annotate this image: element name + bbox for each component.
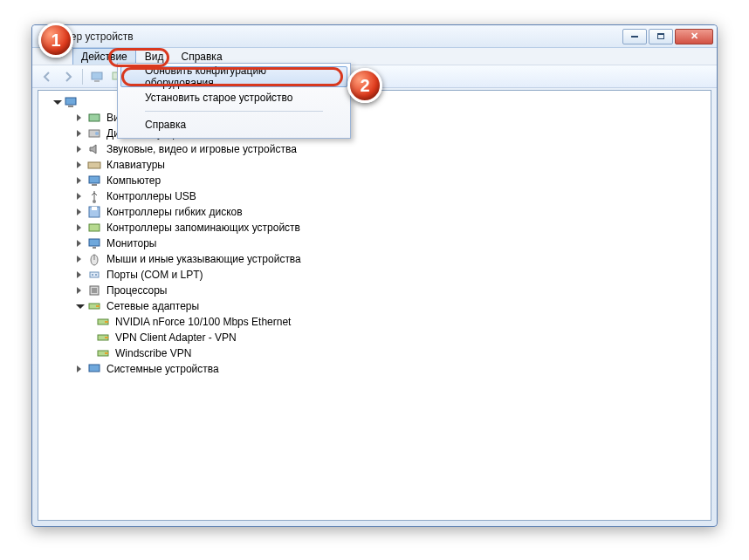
svg-rect-28 — [105, 321, 108, 323]
monitor-icon — [87, 236, 101, 250]
svg-rect-4 — [65, 98, 76, 105]
svg-point-8 — [95, 132, 99, 135]
maximize-icon — [657, 33, 664, 39]
tree-item[interactable]: VPN Client Adapter - VPN — [40, 330, 707, 345]
callout-1: 1 — [38, 23, 73, 58]
svg-rect-30 — [105, 337, 108, 338]
tree-item[interactable]: Контроллеры USB — [40, 188, 707, 204]
network-adapter-icon — [96, 315, 110, 329]
cpu-icon — [87, 283, 101, 297]
tree-item[interactable]: Порты (COM и LPT) — [40, 267, 707, 283]
chevron-right-icon — [75, 238, 86, 249]
floppy-icon — [87, 205, 101, 219]
action-menu-dropdown: Обновить конфигурацию оборудования Устан… — [117, 63, 351, 139]
storage-controller-icon — [87, 221, 101, 235]
svg-rect-20 — [90, 272, 99, 277]
menu-item-install-legacy[interactable]: Установить старое устройство — [120, 87, 347, 108]
chevron-right-icon — [75, 191, 86, 201]
tree-view[interactable]: Видеоадаптеры Дисковые устройства Звуков… — [38, 90, 711, 521]
network-adapter-icon — [87, 299, 101, 313]
chevron-right-icon — [75, 144, 86, 154]
chevron-right-icon — [75, 175, 86, 186]
arrow-left-icon — [40, 70, 54, 84]
computer-icon — [90, 70, 104, 84]
tree-item-network[interactable]: Сетевые адаптеры — [40, 298, 707, 314]
svg-rect-24 — [92, 288, 97, 293]
tree-item[interactable]: Звуковые, видео и игровые устройства — [40, 141, 707, 157]
titlebar: тчер устройств ✕ — [32, 25, 717, 48]
svg-rect-32 — [105, 352, 108, 354]
chevron-right-icon — [75, 113, 86, 123]
network-adapter-icon — [96, 346, 110, 360]
svg-point-12 — [93, 200, 96, 203]
svg-point-21 — [92, 274, 93, 276]
svg-rect-14 — [92, 207, 97, 210]
svg-rect-17 — [93, 247, 96, 249]
minimize-button[interactable] — [622, 29, 647, 44]
tree-item[interactable]: Мыши и иные указывающие устройства — [40, 251, 707, 267]
svg-rect-16 — [89, 239, 100, 246]
chevron-right-icon — [75, 254, 86, 264]
disk-icon — [87, 126, 101, 140]
svg-rect-26 — [96, 305, 100, 307]
tree-item[interactable]: NVIDIA nForce 10/100 Mbps Ethernet — [40, 314, 707, 330]
chevron-right-icon — [75, 270, 86, 280]
computer-icon — [87, 174, 101, 188]
svg-rect-15 — [89, 224, 100, 231]
tree-item[interactable]: Контроллеры запоминающих устройств — [40, 220, 707, 236]
svg-rect-5 — [68, 106, 73, 107]
window-title: тчер устройств — [60, 31, 622, 43]
callout-2: 2 — [347, 68, 382, 103]
forward-button[interactable] — [58, 67, 78, 86]
close-button[interactable]: ✕ — [675, 29, 713, 44]
tree-item[interactable]: Клавиатуры — [40, 157, 707, 173]
svg-point-22 — [95, 274, 97, 276]
tree-item[interactable]: Контроллеры гибких дисков — [40, 204, 707, 220]
tb-computer-button[interactable] — [87, 67, 107, 86]
computer-icon — [65, 95, 79, 109]
chevron-right-icon — [75, 207, 86, 217]
system-device-icon — [87, 362, 101, 376]
chevron-right-icon — [75, 128, 86, 139]
chevron-right-icon — [75, 222, 86, 233]
tree-item[interactable]: Системные устройства — [40, 361, 707, 377]
back-button[interactable] — [38, 67, 57, 86]
tree-item[interactable]: Windscribe VPN — [40, 345, 707, 361]
svg-rect-33 — [89, 365, 100, 372]
tree-item[interactable]: Мониторы — [40, 236, 707, 251]
tree-item[interactable]: Компьютер — [40, 173, 707, 188]
close-icon: ✕ — [691, 31, 698, 41]
menu-separator — [145, 111, 323, 112]
chevron-right-icon — [75, 160, 86, 170]
menu-item-help[interactable]: Справка — [120, 114, 347, 135]
port-icon — [87, 268, 101, 282]
chevron-right-icon — [75, 364, 86, 374]
svg-rect-0 — [92, 72, 102, 79]
svg-rect-11 — [92, 184, 97, 186]
audio-icon — [87, 142, 101, 156]
chevron-right-icon — [75, 285, 86, 296]
arrow-right-icon — [61, 70, 75, 84]
chevron-down-icon — [75, 301, 86, 311]
svg-rect-6 — [89, 114, 100, 121]
svg-rect-9 — [88, 162, 100, 168]
minimize-icon — [631, 36, 638, 38]
maximize-button[interactable] — [649, 29, 673, 44]
display-adapter-icon — [87, 111, 101, 125]
usb-icon — [87, 189, 101, 203]
chevron-down-icon — [52, 97, 63, 107]
tree-item[interactable]: Процессоры — [40, 283, 707, 298]
svg-rect-1 — [94, 80, 100, 82]
menu-item-refresh-hardware[interactable]: Обновить конфигурацию оборудования — [120, 66, 347, 87]
mouse-icon — [87, 252, 101, 266]
keyboard-icon — [87, 158, 101, 172]
svg-rect-10 — [89, 176, 100, 183]
network-adapter-icon — [96, 331, 110, 345]
